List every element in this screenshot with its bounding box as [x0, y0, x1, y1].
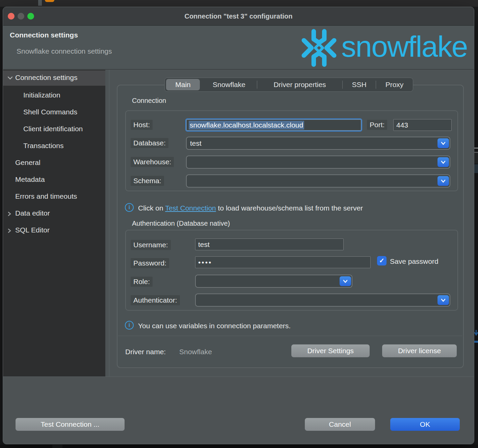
settings-content: Main Snowflake Driver properties SSH Pro… — [105, 70, 474, 376]
zoom-button[interactable] — [27, 13, 34, 20]
test-connection-hint: Click on Test Connection to load warehou… — [138, 204, 363, 212]
test-connection-button[interactable]: Test Connection ... — [16, 418, 125, 431]
cancel-button[interactable]: Cancel — [305, 418, 375, 431]
info-icon: i — [125, 321, 134, 330]
tab-main[interactable]: Main — [166, 79, 200, 90]
hint-prefix: Click on — [138, 204, 165, 212]
minimize-button[interactable] — [18, 13, 24, 20]
database-combo — [186, 137, 450, 150]
title-bar[interactable]: Connection "test 3" configuration — [3, 7, 474, 26]
save-password-label[interactable]: Save password — [390, 257, 439, 265]
driver-name-label: Driver name: — [125, 348, 166, 356]
username-input[interactable] — [195, 239, 344, 250]
driver-name-value: Snowflake — [179, 348, 212, 356]
snowflake-logo-text: snowflake — [341, 32, 467, 61]
snowflake-icon — [300, 29, 338, 67]
background-divider — [38, 0, 42, 6]
sidebar-item-general[interactable]: General — [15, 158, 41, 168]
warehouse-input[interactable] — [187, 158, 437, 166]
background-line — [474, 147, 478, 149]
dialog-header: Connection settings Snowflake connection… — [3, 26, 474, 69]
port-input[interactable] — [393, 119, 452, 131]
host-selected-text: snowflake.localhost.localstack.cloud — [189, 121, 304, 130]
chevron-right-icon[interactable] — [7, 228, 12, 234]
chevron-down-icon — [7, 76, 13, 80]
database-dropdown-button[interactable] — [437, 138, 449, 148]
role-dropdown-button[interactable] — [340, 276, 351, 286]
role-label: Role: — [131, 277, 153, 287]
authenticator-dropdown-button[interactable] — [437, 295, 449, 305]
password-label: Password: — [131, 258, 169, 268]
warehouse-combo — [186, 156, 450, 169]
divider — [109, 70, 109, 376]
main-tab-panel: Connection Host: snowflake.localhost.loc… — [117, 85, 464, 368]
connection-group-title: Connection — [132, 97, 166, 105]
sidebar-item-transactions[interactable]: Transactions — [23, 141, 63, 151]
save-password-checkbox[interactable]: ✓ — [377, 256, 387, 265]
username-label: Username: — [131, 240, 171, 250]
host-label: Host: — [131, 120, 153, 130]
background-app-bottom — [0, 445, 478, 448]
chevron-right-icon[interactable] — [7, 211, 12, 217]
background-icon — [474, 164, 478, 173]
sidebar-item-label: Connection settings — [15, 74, 77, 82]
schema-label: Schema: — [131, 176, 164, 186]
authenticator-label: Authenticator: — [131, 295, 180, 305]
chevron-down-icon — [441, 298, 446, 302]
sidebar-item-initialization[interactable]: Initialization — [23, 90, 60, 100]
driver-license-button[interactable]: Driver license — [382, 344, 457, 357]
tab-ssh[interactable]: SSH — [343, 78, 376, 91]
schema-input[interactable] — [187, 177, 437, 185]
background-orange-icon — [45, 0, 54, 2]
role-combo — [195, 275, 352, 288]
connection-group: Host: snowflake.localhost.localstack.clo… — [125, 110, 458, 191]
sidebar-item-client-identification[interactable]: Client identification — [23, 124, 83, 134]
tab-driver-properties[interactable]: Driver properties — [257, 78, 342, 91]
database-label: Database: — [131, 138, 168, 148]
background-app-right — [474, 7, 478, 448]
chevron-down-icon — [343, 279, 348, 283]
host-input[interactable]: snowflake.localhost.localstack.cloud — [185, 118, 362, 132]
authenticator-combo — [195, 293, 450, 307]
background-blue-bar — [474, 341, 478, 343]
sidebar-item-shell-commands[interactable]: Shell Commands — [23, 107, 77, 117]
warehouse-label: Warehouse: — [131, 157, 174, 167]
connection-configuration-dialog: Connection "test 3" configuration Connec… — [3, 7, 474, 444]
window-title: Connection "test 3" configuration — [184, 12, 292, 20]
password-input[interactable] — [195, 256, 371, 268]
authenticator-input[interactable] — [196, 296, 437, 304]
sidebar-item-connection-settings[interactable]: Connection settings — [3, 71, 105, 86]
dialog-footer: Test Connection ... Cancel OK — [3, 376, 474, 444]
background-app-top — [0, 0, 478, 7]
sidebar-item-data-editor[interactable]: Data editor — [15, 208, 50, 218]
role-input[interactable] — [196, 277, 339, 285]
schema-combo — [186, 174, 450, 188]
background-panel — [474, 153, 478, 164]
variables-note: You can use variables in connection para… — [138, 322, 291, 330]
background-square — [52, 445, 62, 448]
sidebar-item-metadata[interactable]: Metadata — [15, 174, 45, 185]
warehouse-dropdown-button[interactable] — [437, 157, 449, 167]
close-button[interactable] — [8, 13, 15, 20]
sidebar-item-sql-editor[interactable]: SQL Editor — [15, 225, 50, 235]
page-subtitle: Snowflake connection settings — [17, 47, 112, 55]
sidebar-item-errors-and-timeouts[interactable]: Errors and timeouts — [15, 191, 77, 201]
divider — [118, 336, 462, 336]
authentication-group: Username: Password: ✓ Save password Role… — [125, 230, 458, 311]
database-input[interactable] — [187, 139, 437, 147]
settings-tree: Connection settings Initialization Shell… — [3, 70, 105, 376]
test-connection-link[interactable]: Test Connection — [165, 204, 216, 212]
driver-settings-button[interactable]: Driver Settings — [291, 344, 370, 357]
tab-proxy[interactable]: Proxy — [376, 78, 413, 91]
chevron-down-icon — [441, 141, 446, 145]
ok-button[interactable]: OK — [390, 418, 460, 431]
chevron-down-icon — [441, 160, 446, 164]
snowflake-logo: snowflake — [300, 28, 474, 68]
schema-dropdown-button[interactable] — [437, 176, 449, 186]
tab-bar: Main Snowflake Driver properties SSH Pro… — [164, 78, 413, 92]
dialog-body: Connection settings Initialization Shell… — [3, 70, 474, 376]
tab-snowflake[interactable]: Snowflake — [201, 78, 257, 91]
chevron-down-icon — [441, 179, 446, 183]
page-title: Connection settings — [10, 31, 78, 39]
hint-suffix: to load warehouse/schema list from the s… — [216, 204, 363, 212]
